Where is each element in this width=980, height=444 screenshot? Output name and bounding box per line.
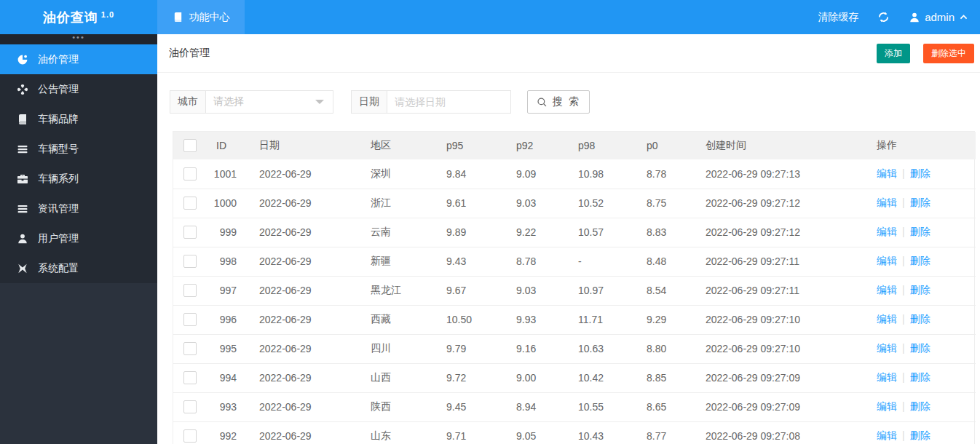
edit-link[interactable]: 编辑 xyxy=(877,197,897,208)
action-separator: | xyxy=(902,197,905,208)
sidebar-item-list[interactable]: 车辆型号 xyxy=(0,134,157,164)
delete-link[interactable]: 删除 xyxy=(910,342,930,354)
cell-p98: 10.97 xyxy=(567,276,636,305)
city-select[interactable]: 请选择 xyxy=(206,90,333,114)
cell-actions: 编辑|删除 xyxy=(866,334,976,363)
delete-link[interactable]: 删除 xyxy=(910,371,930,383)
cell-created: 2022-06-29 09:27:11 xyxy=(695,247,866,276)
sidebar-item-pinwheel[interactable]: 系统配置 xyxy=(0,253,157,283)
cell-p98: 10.63 xyxy=(567,334,636,363)
row-checkbox[interactable] xyxy=(183,400,197,413)
table-row: 9932022-06-29陕西9.458.9410.558.652022-06-… xyxy=(173,392,976,421)
cell-region: 西藏 xyxy=(360,305,435,334)
city-select-placeholder: 请选择 xyxy=(213,95,244,108)
cell-id: 1000 xyxy=(206,189,248,218)
cell-p92: 9.03 xyxy=(505,276,567,305)
row-checkbox[interactable] xyxy=(183,284,197,297)
cell-p95: 9.67 xyxy=(435,276,505,305)
edit-link[interactable]: 编辑 xyxy=(877,226,897,237)
sidebar-item-label: 车辆型号 xyxy=(38,143,79,156)
row-checkbox[interactable] xyxy=(183,342,197,355)
sidebar-item-briefcase[interactable]: 车辆系列 xyxy=(0,164,157,194)
delete-link[interactable]: 删除 xyxy=(910,284,930,296)
app-version: 1.0 xyxy=(101,10,114,19)
page-title: 油价管理 xyxy=(169,47,210,60)
edit-link[interactable]: 编辑 xyxy=(877,313,897,325)
action-separator: | xyxy=(902,284,905,296)
row-checkbox[interactable] xyxy=(183,167,197,181)
sidebar-item-notice[interactable]: 公告管理 xyxy=(0,74,157,104)
column-header: 创建时间 xyxy=(695,132,866,159)
cell-p92: 9.16 xyxy=(505,334,567,363)
cell-p0: 8.85 xyxy=(636,363,695,392)
sidebar-item-label: 公告管理 xyxy=(38,83,79,96)
edit-link[interactable]: 编辑 xyxy=(877,400,897,412)
row-checkbox[interactable] xyxy=(183,313,197,326)
cell-p95: 9.43 xyxy=(435,247,505,276)
column-header: p0 xyxy=(636,132,695,159)
add-button[interactable]: 添加 xyxy=(877,44,910,63)
user-icon xyxy=(909,12,920,23)
cell-date: 2022-06-29 xyxy=(248,159,360,189)
edit-link[interactable]: 编辑 xyxy=(877,284,897,296)
delete-link[interactable]: 删除 xyxy=(910,255,930,266)
row-checkbox-cell xyxy=(173,392,206,421)
sidebar-item-list[interactable]: 资讯管理 xyxy=(0,194,157,223)
refresh-icon[interactable] xyxy=(877,11,890,23)
column-header: 日期 xyxy=(248,132,360,159)
action-separator: | xyxy=(902,400,905,412)
edit-link[interactable]: 编辑 xyxy=(877,342,897,354)
date-filter-group: 日期 xyxy=(351,90,511,114)
user-menu[interactable]: admin xyxy=(909,11,968,23)
sidebar-item-user[interactable]: 用户管理 xyxy=(0,223,157,253)
tab-function-center[interactable]: 功能中心 xyxy=(157,0,245,34)
select-all-header-cell xyxy=(173,132,206,159)
briefcase-icon xyxy=(17,173,28,185)
delete-link[interactable]: 删除 xyxy=(910,313,930,325)
edit-link[interactable]: 编辑 xyxy=(877,371,897,383)
cell-p92: 9.93 xyxy=(505,305,567,334)
row-checkbox-cell xyxy=(173,421,206,444)
sidebar-item-oil-price[interactable]: 油价管理 xyxy=(0,44,157,74)
delete-selected-button[interactable]: 删除选中 xyxy=(923,44,974,63)
column-header: 地区 xyxy=(360,132,435,159)
action-separator: | xyxy=(902,167,905,179)
sidebar-item-label: 资讯管理 xyxy=(38,202,79,215)
cell-actions: 编辑|删除 xyxy=(866,276,976,305)
cell-actions: 编辑|删除 xyxy=(866,218,976,247)
cell-region: 山西 xyxy=(360,363,435,392)
tab-label: 功能中心 xyxy=(189,11,230,24)
select-all-checkbox[interactable] xyxy=(183,139,197,152)
cell-id: 995 xyxy=(206,334,248,363)
edit-link[interactable]: 编辑 xyxy=(877,429,897,441)
row-checkbox[interactable] xyxy=(183,371,197,384)
chevron-down-icon xyxy=(315,100,324,104)
city-filter-group: 城市 请选择 xyxy=(170,90,333,114)
delete-link[interactable]: 删除 xyxy=(910,167,930,179)
delete-link[interactable]: 删除 xyxy=(910,197,930,208)
cell-created: 2022-06-29 09:27:11 xyxy=(695,276,866,305)
row-checkbox[interactable] xyxy=(183,255,197,268)
delete-link[interactable]: 删除 xyxy=(910,400,930,412)
row-checkbox[interactable] xyxy=(183,429,197,443)
cell-id: 992 xyxy=(206,421,248,444)
cell-created: 2022-06-29 09:27:09 xyxy=(695,363,866,392)
clear-cache-button[interactable]: 清除缓存 xyxy=(818,11,858,24)
row-checkbox[interactable] xyxy=(183,226,197,239)
delete-link[interactable]: 删除 xyxy=(910,226,930,237)
oil-price-icon xyxy=(17,54,28,66)
cell-p92: 8.94 xyxy=(505,392,567,421)
edit-link[interactable]: 编辑 xyxy=(877,167,897,179)
column-header: ID xyxy=(206,132,248,159)
row-checkbox-cell xyxy=(173,218,206,247)
edit-link[interactable]: 编辑 xyxy=(877,255,897,266)
sidebar-item-book[interactable]: 车辆品牌 xyxy=(0,104,157,134)
row-checkbox[interactable] xyxy=(183,197,197,210)
cell-created: 2022-06-29 09:27:10 xyxy=(695,334,866,363)
date-input[interactable] xyxy=(387,90,511,114)
search-button[interactable]: 搜 索 xyxy=(527,90,590,114)
sidebar-collapse-toggle[interactable]: ••• xyxy=(0,34,157,44)
cell-p92: 9.00 xyxy=(505,363,567,392)
delete-link[interactable]: 删除 xyxy=(910,429,930,441)
price-table-wrap: ID日期地区p95p92p98p0创建时间操作 10012022-06-29深圳… xyxy=(173,131,975,444)
